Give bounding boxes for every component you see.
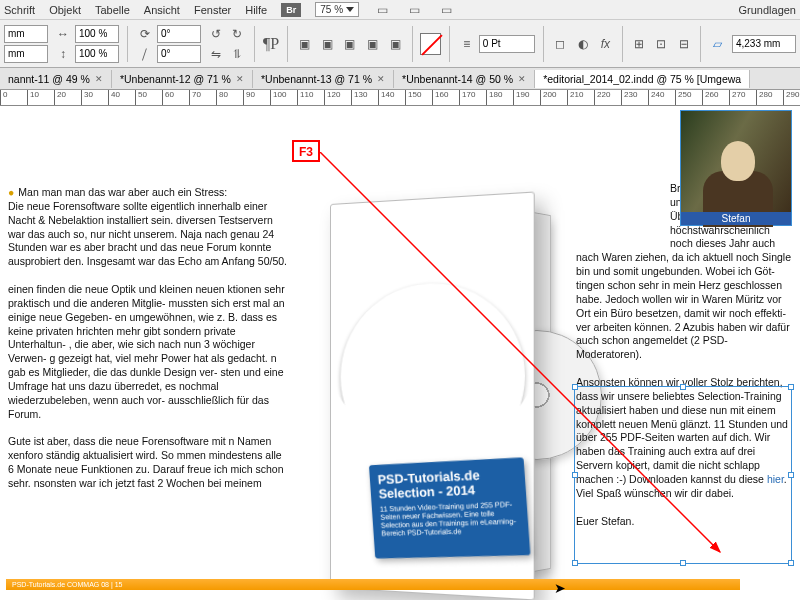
close-icon[interactable]: ✕ (518, 74, 526, 84)
wrap-jump-icon[interactable]: ▣ (364, 35, 381, 53)
frame-edges-icon[interactable]: ▱ (709, 35, 726, 53)
stroke-weight-field[interactable]: 0 Pt (479, 35, 535, 53)
wrap-none-icon[interactable]: ▣ (296, 35, 313, 53)
document-tabs: nannt-11 @ 49 %✕ *Unbenannt-12 @ 71 %✕ *… (0, 68, 800, 90)
menu-ansicht[interactable]: Ansicht (144, 4, 180, 16)
tab-editorial[interactable]: *editorial_2014_02.indd @ 75 % [Umgewa (535, 70, 750, 88)
footer-bar: PSD-Tutorials.de COMMAG 08 | 15 (6, 579, 740, 590)
fx-icon[interactable]: fx (597, 35, 614, 53)
bullet-icon: ● (8, 186, 14, 198)
control-toolbar: mm mm ↔100 % ↕100 % ⟳0° ⧸0° ↺↻ ⇋⥮ ¶P ▣ ▣… (0, 20, 800, 68)
corner-options-icon[interactable]: ◻ (552, 35, 569, 53)
scale-y-field[interactable]: 100 % (75, 45, 119, 63)
view-mode-icon[interactable]: ▭ (373, 1, 391, 19)
rotate-icon: ⟳ (136, 25, 154, 43)
paragraph-style-icon[interactable]: ¶P (263, 35, 280, 53)
download-link[interactable]: hier (767, 473, 784, 485)
flip-v-icon[interactable]: ⥮ (228, 45, 246, 63)
fill-none-swatch[interactable] (420, 33, 440, 55)
tab-unbenannt-12[interactable]: *Unbenannt-12 @ 71 %✕ (112, 70, 253, 88)
dvd-image[interactable]: PSD-Tutorials.de Selection - 2014 11 Stu… (296, 180, 566, 600)
text-frame-right[interactable]: Bruder in Waren- Müritz und nach jahrela… (576, 182, 792, 528)
scale-x-icon: ↔ (54, 25, 72, 43)
mouse-cursor-icon: ➤ (554, 580, 566, 596)
workspace-switcher[interactable]: Grundlagen (739, 4, 797, 16)
wrap-bbox-icon[interactable]: ▣ (319, 35, 336, 53)
scale-y-icon: ↕ (54, 45, 72, 63)
tab-unbenannt-11[interactable]: nannt-11 @ 49 %✕ (0, 70, 112, 88)
x-field[interactable]: mm (4, 25, 48, 43)
text-frame-left[interactable]: ●Man man man das war aber auch ein Stres… (8, 186, 288, 491)
eye-graphic (341, 280, 525, 444)
y-field[interactable]: mm (4, 45, 48, 63)
arrange-icon[interactable]: ▭ (437, 1, 455, 19)
menu-fenster[interactable]: Fenster (194, 4, 231, 16)
tab-unbenannt-13[interactable]: *Unbenannt-13 @ 71 %✕ (253, 70, 394, 88)
menu-schrift[interactable]: Schrift (4, 4, 35, 16)
dvd-front-cover: PSD-Tutorials.de Selection - 2014 11 Stu… (330, 191, 535, 600)
opacity-icon[interactable]: ◐ (574, 35, 591, 53)
rotate-cw-icon[interactable]: ↻ (228, 25, 246, 43)
scale-x-field[interactable]: 100 % (75, 25, 119, 43)
rotate-ccw-icon[interactable]: ↺ (207, 25, 225, 43)
bridge-icon[interactable]: Br (281, 3, 301, 17)
menu-objekt[interactable]: Objekt (49, 4, 81, 16)
tab-unbenannt-14[interactable]: *Unbenannt-14 @ 50 %✕ (394, 70, 535, 88)
close-icon[interactable]: ✕ (95, 74, 103, 84)
width-field[interactable]: 4,233 mm (732, 35, 796, 53)
menu-bar: Schrift Objekt Tabelle Ansicht Fenster H… (0, 0, 800, 20)
wrap-jump-next-icon[interactable]: ▣ (387, 35, 404, 53)
close-icon[interactable]: ✕ (236, 74, 244, 84)
fit-content-icon[interactable]: ⊞ (631, 35, 648, 53)
dvd-title-box: PSD-Tutorials.de Selection - 2014 11 Stu… (369, 457, 531, 558)
wrap-shape-icon[interactable]: ▣ (342, 35, 359, 53)
horizontal-ruler[interactable]: 0102030405060708090100110120130140150160… (0, 90, 800, 106)
rotate-field[interactable]: 0° (157, 25, 201, 43)
author-photo[interactable]: Stefan (680, 110, 792, 226)
close-icon[interactable]: ✕ (377, 74, 385, 84)
photo-caption: Stefan (681, 212, 791, 225)
menu-tabelle[interactable]: Tabelle (95, 4, 130, 16)
flip-h-icon[interactable]: ⇋ (207, 45, 225, 63)
shear-icon: ⧸ (136, 45, 154, 63)
center-content-icon[interactable]: ⊟ (676, 35, 693, 53)
page: ●Man man man das war aber auch ein Stres… (0, 106, 800, 600)
callout-f3: F3 (292, 140, 320, 162)
shear-field[interactable]: 0° (157, 45, 201, 63)
screen-mode-icon[interactable]: ▭ (405, 1, 423, 19)
document-canvas[interactable]: ●Man man man das war aber auch ein Stres… (0, 106, 800, 600)
zoom-level[interactable]: 75 % (315, 2, 359, 17)
signature: Euer Stefan. (576, 515, 792, 529)
stroke-weight-icon: ≡ (458, 35, 476, 53)
menu-hilfe[interactable]: Hilfe (245, 4, 267, 16)
fit-frame-icon[interactable]: ⊡ (653, 35, 670, 53)
